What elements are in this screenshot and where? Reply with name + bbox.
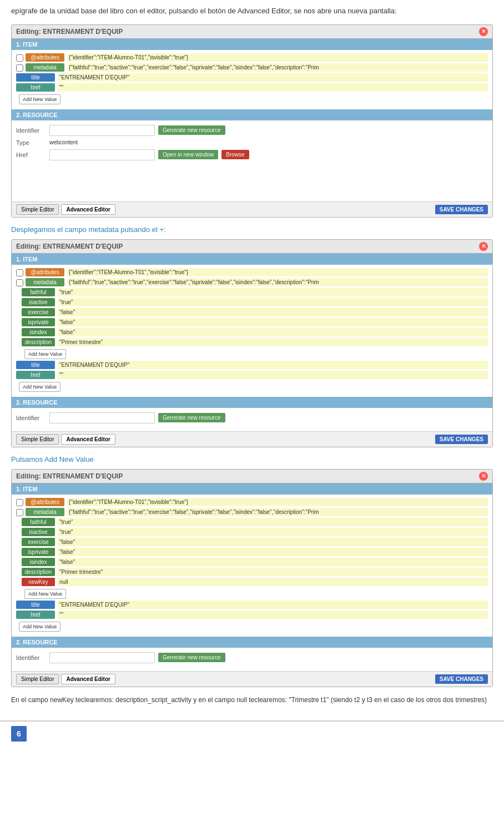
- attributes-value-1: {"identifier":"ITEM-Alumno-T01","isvisib…: [67, 53, 488, 62]
- href-input-1[interactable]: [49, 149, 155, 160]
- simple-editor-btn-1[interactable]: Simple Editor: [16, 204, 59, 215]
- metadata-checkbox-3[interactable]: [16, 509, 23, 516]
- generate-btn-1[interactable]: Generate new resource: [158, 125, 225, 135]
- p3-faithful-value: "true": [58, 518, 488, 526]
- metadata-row-1: metadata {"faithful":"true","isactive":"…: [16, 63, 488, 72]
- p3-isactive: isactive "true": [22, 528, 488, 536]
- attributes-key-1: @attributes: [26, 53, 64, 62]
- advanced-editor-btn-2[interactable]: Advanced Editor: [61, 434, 115, 445]
- section1-body-1: @attributes {"identifier":"ITEM-Alumno-T…: [12, 50, 492, 109]
- save-btn-3[interactable]: SAVE CHANGES: [435, 674, 488, 684]
- resource-section-3: Identifier Generate new resource: [12, 648, 492, 671]
- generate-btn-2[interactable]: Generate new resource: [158, 413, 225, 422]
- metadata-checkbox-2[interactable]: [16, 279, 23, 286]
- section2-header-2: 2. RESOURCE: [12, 397, 492, 408]
- faithful-value: "true": [58, 288, 488, 296]
- add-new-value-btn-2a[interactable]: Add New Value: [24, 349, 66, 359]
- close-btn-2[interactable]: ✕: [479, 242, 488, 251]
- identifier-label-2: Identifier: [16, 415, 49, 421]
- advanced-editor-btn-1[interactable]: Advanced Editor: [61, 204, 115, 215]
- p3-faithful-key: faithful: [22, 518, 55, 526]
- p3-exercise: exercise "false": [22, 538, 488, 546]
- advanced-editor-btn-3[interactable]: Advanced Editor: [61, 674, 115, 684]
- editor-title-bar-3: Editing: ENTRENAMENT D'EQUIP ✕: [12, 470, 492, 483]
- save-btn-2[interactable]: SAVE CHANGES: [435, 435, 488, 444]
- simple-editor-btn-3[interactable]: Simple Editor: [16, 674, 59, 684]
- p3-isactive-key: isactive: [22, 528, 55, 536]
- caption-1: Desplegamos el campo metadata pulsando e…: [11, 225, 493, 234]
- href-value-2: "": [58, 371, 488, 379]
- nested-description: description "Primer trimestre": [22, 338, 488, 346]
- browse-btn-1[interactable]: Browse: [221, 150, 249, 159]
- title-key-1: title: [16, 73, 55, 82]
- isactive-value: "true": [58, 298, 488, 306]
- type-value-1: webcontent: [49, 139, 78, 145]
- description-key: description: [22, 338, 55, 346]
- identifier-input-3[interactable]: [49, 652, 155, 663]
- section1-header-3: 1. ITEM: [12, 483, 492, 495]
- p3-exercise-key: exercise: [22, 538, 55, 546]
- type-label-1: Type: [16, 139, 49, 146]
- attributes-key-3: @attributes: [26, 498, 64, 506]
- editor-panel-2: Editing: ENTRENAMENT D'EQUIP ✕ 1. ITEM @…: [11, 239, 493, 447]
- resource-section-2: Identifier Generate new resource: [12, 408, 492, 431]
- section2-header-3: 2. RESOURCE: [12, 637, 492, 648]
- href-key-2: href: [16, 371, 55, 379]
- p3-isindex-value: "false": [58, 558, 488, 566]
- identifier-row-2: Identifier Generate new resource: [16, 412, 488, 423]
- isprivate-value: "false": [58, 318, 488, 326]
- attributes-checkbox-3[interactable]: [16, 499, 23, 506]
- editor-title-bar-2: Editing: ENTRENAMENT D'EQUIP ✕: [12, 240, 492, 254]
- href-row-1: href "": [16, 83, 488, 92]
- title-key-2: title: [16, 361, 55, 369]
- page-footer: 6: [0, 720, 504, 746]
- metadata-key-2: metadata: [26, 278, 64, 286]
- attributes-checkbox-2[interactable]: [16, 269, 23, 276]
- nested-items-2: faithful "true" isactive "true" exercise…: [16, 288, 488, 359]
- save-btn-1[interactable]: SAVE CHANGES: [435, 205, 488, 214]
- identifier-input-1[interactable]: [49, 125, 155, 136]
- metadata-checkbox-1[interactable]: [16, 64, 23, 72]
- attributes-row-1: @attributes {"identifier":"ITEM-Alumno-T…: [16, 53, 488, 62]
- p3-description: description "Primer trimestre": [22, 568, 488, 576]
- description-value: "Primer trimestre": [58, 338, 488, 346]
- section1-body-2: @attributes {"identifier":"ITEM-Alumno-T…: [12, 265, 492, 397]
- generate-btn-3[interactable]: Generate new resource: [158, 653, 225, 662]
- attributes-checkbox-1[interactable]: [16, 54, 23, 62]
- close-btn-3[interactable]: ✕: [479, 472, 488, 481]
- bottom-text: En el campo newKey teclearemos: descript…: [11, 695, 493, 705]
- isindex-key: isindex: [22, 328, 55, 336]
- href-value-1: "": [58, 83, 488, 92]
- p3-isprivate: isprivate "false": [22, 548, 488, 556]
- attributes-value-2: {"identifier":"ITEM-Alumno-T01","isvisib…: [67, 268, 488, 276]
- isactive-key: isactive: [22, 298, 55, 306]
- identifier-row-3: Identifier Generate new resource: [16, 652, 488, 663]
- add-new-value-btn-2b[interactable]: Add New Value: [19, 382, 61, 392]
- add-new-value-row-3b: Add New Value: [16, 621, 488, 632]
- href-row-3: href "": [16, 611, 488, 619]
- spacer-1: [12, 168, 492, 201]
- href-value-3: "": [58, 611, 488, 619]
- isindex-value: "false": [58, 328, 488, 336]
- editor-title-bar-1: Editing: ENTRENAMENT D'EQUIP ✕: [12, 25, 492, 39]
- open-btn-1[interactable]: Open in new window: [158, 150, 218, 159]
- identifier-input-2[interactable]: [49, 412, 155, 423]
- add-new-value-row-2b: Add New Value: [16, 381, 488, 392]
- close-btn-1[interactable]: ✕: [479, 27, 488, 36]
- href-key-3: href: [16, 611, 55, 619]
- href-key-1: href: [16, 83, 55, 92]
- add-new-value-row-1: Add New Value: [16, 93, 488, 104]
- page-number-badge: 6: [11, 726, 27, 742]
- editor-footer-3: Simple Editor Advanced Editor SAVE CHANG…: [12, 671, 492, 687]
- identifier-label-1: Identifier: [16, 127, 49, 134]
- isprivate-key: isprivate: [22, 318, 55, 326]
- add-new-value-btn-1[interactable]: Add New Value: [19, 94, 61, 104]
- simple-editor-btn-2[interactable]: Simple Editor: [16, 434, 59, 445]
- editor-title-3: Editing: ENTRENAMENT D'EQUIP: [16, 472, 123, 480]
- attributes-value-3: {"identifier":"ITEM-Alumno-T01","isvisib…: [67, 498, 488, 506]
- section1-body-3: @attributes {"identifier":"ITEM-Alumno-T…: [12, 495, 492, 637]
- type-row-1: Type webcontent: [16, 139, 488, 146]
- add-new-value-btn-3a[interactable]: Add New Value: [24, 589, 66, 599]
- add-new-value-btn-3b[interactable]: Add New Value: [19, 622, 61, 632]
- metadata-value-3: {"faithful":"true","isactive":"true","ex…: [67, 508, 488, 516]
